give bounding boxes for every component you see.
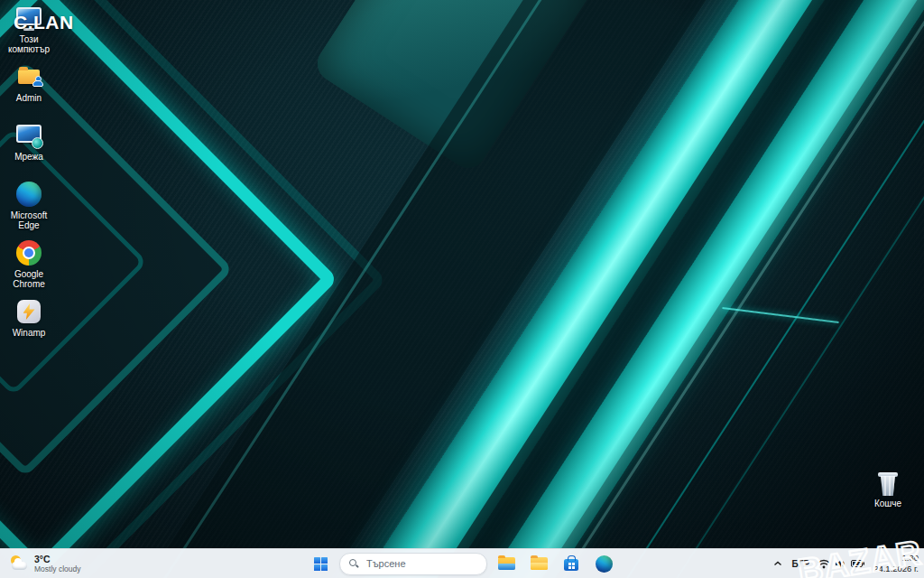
desktop-icon-label: Този компютър [2, 34, 56, 54]
desktop-icon-network[interactable]: Мрежа [0, 119, 58, 178]
taskbar-icon-edge[interactable] [590, 552, 617, 575]
globe-badge-icon [32, 137, 43, 149]
partly-cloudy-icon [9, 555, 29, 573]
desktop-icon-label: Microsoft Edge [2, 210, 56, 230]
network-icon [14, 121, 44, 150]
start-button[interactable] [307, 552, 334, 575]
person-badge-icon [32, 76, 43, 87]
taskbar-center [307, 549, 617, 578]
desktop-icon-chrome[interactable]: Google Chrome [0, 237, 58, 295]
desktop-icon-label: Мрежа [14, 152, 43, 162]
weather-condition: Mostly cloudy [34, 564, 81, 573]
edge-icon [596, 555, 613, 573]
windows-logo-icon [314, 557, 328, 571]
desktop-icon-edge[interactable]: Microsoft Edge [0, 178, 58, 237]
desktop-icon-label: Кошче [874, 499, 901, 508]
desktop-icon-label: Admin [16, 93, 42, 103]
wallpaper [0, 0, 924, 578]
folder-front [498, 564, 515, 570]
winamp-icon [14, 297, 44, 326]
cloud-icon [12, 562, 27, 570]
desktop-icon-label: Winamp [13, 328, 46, 338]
folder-icon [531, 557, 548, 570]
chrome-icon [14, 238, 44, 267]
taskbar-icon-folder[interactable] [525, 552, 552, 575]
lightning-bolt-icon [23, 303, 35, 320]
file-explorer-icon [498, 557, 515, 570]
folder-shape [18, 70, 40, 84]
chrome-wheel [16, 240, 42, 266]
desktop-icon-label: Google Chrome [2, 269, 56, 289]
taskbar-icon-store[interactable] [558, 552, 585, 575]
desktop-icon-admin[interactable]: Admin [0, 61, 58, 119]
tray-expand-chevron[interactable] [772, 558, 784, 569]
taskbar-search[interactable] [339, 553, 487, 575]
user-folder-icon [14, 62, 44, 91]
edge-swirl [16, 182, 42, 207]
taskbar: 3°C Mostly cloudy [0, 548, 924, 578]
edge-icon [14, 180, 44, 209]
desktop-icon-winamp[interactable]: Winamp [0, 295, 58, 354]
search-input[interactable] [365, 557, 477, 570]
desktop-icon-grid: Този компютър Admin Мрежа Microsoft Edge [0, 2, 58, 354]
weather-widget[interactable]: 3°C Mostly cloudy [4, 549, 87, 578]
store-icon [564, 559, 578, 571]
chevron-up-icon [773, 560, 782, 567]
weather-text: 3°C Mostly cloudy [34, 554, 81, 574]
desktop: C.LAN BAZAR Този компютър Admin Мрежа [0, 0, 924, 578]
recycle-bin-icon [877, 470, 899, 497]
winamp-tile [17, 300, 41, 323]
desktop-icon-recycle-bin[interactable]: Кошче [859, 470, 917, 508]
weather-temperature: 3°C [34, 554, 81, 565]
search-icon [349, 559, 359, 569]
corner-logo: C.LAN [14, 12, 74, 33]
bin-body [880, 476, 896, 496]
taskbar-icon-file-explorer[interactable] [493, 552, 520, 575]
